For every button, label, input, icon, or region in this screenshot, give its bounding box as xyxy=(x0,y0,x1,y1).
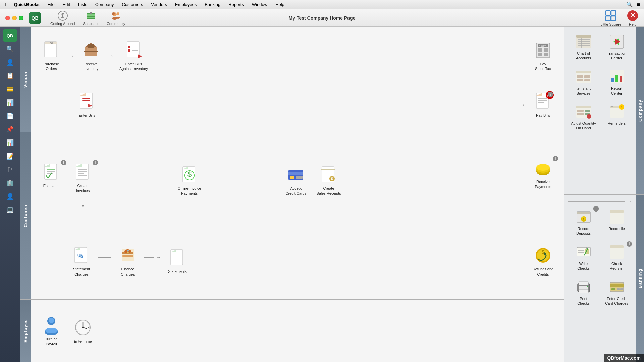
enter-bills-icon[interactable]: Enter Bills xyxy=(72,89,102,120)
purchase-orders-icon[interactable]: PO PurchaseOrders xyxy=(36,38,66,74)
svg-rect-12 xyxy=(90,12,92,14)
receive-inventory-icon[interactable]: ReceiveInventory xyxy=(76,38,106,74)
pay-sales-tax-icon[interactable]: %%% PaySales Tax xyxy=(528,38,558,74)
vendor-section: Vendor PO xyxy=(20,27,564,132)
svg-rect-184 xyxy=(610,284,624,287)
menu-employees[interactable]: Employees xyxy=(174,1,198,8)
sidebar-memo-icon[interactable]: 📝 xyxy=(3,150,17,162)
menu-grid-icon[interactable]: ≡ xyxy=(637,2,640,8)
sidebar-list-icon[interactable]: 📋 xyxy=(3,70,17,82)
sidebar-person-icon[interactable]: 👤 xyxy=(3,190,17,202)
svg-rect-185 xyxy=(611,288,615,290)
finance-charges-label: FinanceCharges xyxy=(121,267,135,277)
banking-right-section: Banking → Y i xyxy=(564,195,644,362)
svg-rect-186 xyxy=(617,288,620,290)
reminders-icon[interactable]: ! Reminders xyxy=(601,101,632,133)
customer-section: Customer xyxy=(20,132,564,300)
svg-point-15 xyxy=(112,12,115,15)
sidebar-flag-icon[interactable]: ⚐ xyxy=(3,164,17,176)
community-button[interactable]: Community xyxy=(104,9,128,27)
svg-rect-11 xyxy=(91,17,95,18)
menubar:  QuickBooks File Edit Lists Company Cus… xyxy=(0,0,644,9)
receive-payments-icon[interactable]: i ReceivePayments xyxy=(528,156,558,192)
report-center-icon[interactable]: ReportCenter xyxy=(601,66,632,99)
statement-charges-icon[interactable]: % StatementCharges xyxy=(66,243,97,279)
pay-bills-icon[interactable]: PAID i Pay Bills xyxy=(528,89,558,120)
close-button[interactable] xyxy=(5,16,10,20)
arrow-ri-ebi: → xyxy=(106,52,115,60)
menu-help[interactable]: Help xyxy=(274,1,286,8)
svg-marker-39 xyxy=(138,54,142,58)
accept-credit-cards-label: AcceptCredit Cards xyxy=(285,186,306,196)
enter-bills-inv-icon[interactable]: Enter BillsAgainst Inventory xyxy=(115,38,152,74)
menu-edit[interactable]: Edit xyxy=(61,1,71,8)
menu-banking[interactable]: Banking xyxy=(203,1,222,8)
apple-logo-icon[interactable]:  xyxy=(4,2,6,8)
accept-credit-cards-icon[interactable]: AcceptCredit Cards xyxy=(281,163,311,198)
getting-around-button[interactable]: Getting Around xyxy=(48,9,77,27)
window-title: My Test Company Home Page xyxy=(289,15,356,21)
online-invoice-payments-label: Online InvoicePayments xyxy=(178,186,201,196)
create-sales-receipts-icon[interactable]: $ CreateSales Receipts xyxy=(312,163,345,198)
sidebar-pin-icon[interactable]: 📌 xyxy=(3,123,17,135)
info-badge-receive-payments: i xyxy=(553,156,558,161)
reconcile-icon[interactable]: Reconcile xyxy=(601,206,632,239)
enter-credit-card-icon[interactable]: Enter CreditCard Charges xyxy=(601,276,632,309)
write-checks-icon[interactable]: WriteChecks xyxy=(568,241,599,274)
enter-credit-card-label: Enter CreditCard Charges xyxy=(605,296,628,306)
online-invoice-payments-icon[interactable]: $ Online InvoicePayments xyxy=(174,163,205,198)
maximize-button[interactable] xyxy=(19,16,23,20)
sidebar-qb-logo[interactable]: QB xyxy=(3,29,17,42)
turn-on-payroll-icon[interactable]: Turn onPayroll xyxy=(36,313,66,349)
sidebar-building-icon[interactable]: 🏢 xyxy=(3,177,17,189)
menu-window[interactable]: Window xyxy=(251,1,269,8)
statements-icon[interactable]: Statements xyxy=(162,246,193,277)
minimize-button[interactable] xyxy=(12,16,17,20)
refunds-credits-icon[interactable]: $ Refunds andCredits xyxy=(528,243,558,279)
enter-time-icon[interactable]: Enter Time xyxy=(68,315,98,346)
menu-reports[interactable]: Reports xyxy=(227,1,245,8)
search-icon[interactable]: 🔍 xyxy=(626,1,633,8)
sidebar-user-icon[interactable]: 👤 xyxy=(3,56,17,68)
transaction-center-icon[interactable]: TransactionCenter xyxy=(601,31,632,63)
estimates-icon[interactable]: i Estimates xyxy=(36,160,66,191)
print-checks-icon[interactable]: PrintChecks xyxy=(568,276,599,309)
record-deposits-icon[interactable]: Y i i RecordDeposits xyxy=(568,206,599,239)
right-panel: Company xyxy=(564,27,644,362)
svg-text:$: $ xyxy=(187,170,192,178)
menu-company[interactable]: Company xyxy=(94,1,115,8)
chart-of-accounts-icon[interactable]: Chart ofAccounts xyxy=(568,31,599,63)
little-square-label: Little Square xyxy=(600,22,621,26)
sidebar-doc-icon[interactable]: 📄 xyxy=(3,110,17,122)
svg-point-182 xyxy=(587,286,588,287)
svg-rect-135 xyxy=(611,78,614,82)
little-square-button[interactable]: Little Square xyxy=(600,10,621,26)
snapshot-button[interactable]: Snapshot xyxy=(80,9,101,27)
reminders-label: Reminders xyxy=(608,121,626,126)
company-icons-grid: Chart ofAccounts TransactionCenter xyxy=(568,31,640,133)
menu-vendors[interactable]: Vendors xyxy=(150,1,168,8)
sidebar-barchart-icon[interactable]: 📊 xyxy=(3,137,17,149)
menu-customers[interactable]: Customers xyxy=(120,1,144,8)
adjust-quantity-icon[interactable]: ! Adjust QuantityOn Hand xyxy=(568,101,599,133)
help-button[interactable]: ✕ Help xyxy=(627,10,639,26)
check-register-icon[interactable]: i CheckRegister xyxy=(601,241,632,274)
menu-quickbooks[interactable]: QuickBooks xyxy=(13,1,41,8)
finance-charges-icon[interactable]: ⌛ FinanceCharges xyxy=(113,243,143,279)
items-services-icon[interactable]: Items andServices xyxy=(568,66,599,99)
sidebar-monitor-icon[interactable]: 💻 xyxy=(3,204,17,216)
sidebar-chart-icon[interactable]: 📊 xyxy=(3,97,17,109)
svg-text:$: $ xyxy=(542,249,545,255)
sidebar-card-icon[interactable]: 💳 xyxy=(3,83,17,95)
menu-file[interactable]: File xyxy=(46,1,56,8)
check-register-label: CheckRegister xyxy=(610,261,624,271)
pay-bills-label: Pay Bills xyxy=(536,113,550,118)
sidebar-search-icon[interactable]: 🔍 xyxy=(3,43,17,55)
menu-lists[interactable]: Lists xyxy=(77,1,89,8)
svg-rect-187 xyxy=(620,288,623,290)
create-invoices-icon[interactable]: i CreateInvoices xyxy=(68,160,98,196)
svg-text:$: $ xyxy=(331,177,333,181)
svg-rect-129 xyxy=(576,71,591,73)
statement-charges-label: StatementCharges xyxy=(73,267,90,277)
enter-bills-inv-label: Enter BillsAgainst Inventory xyxy=(119,62,148,71)
